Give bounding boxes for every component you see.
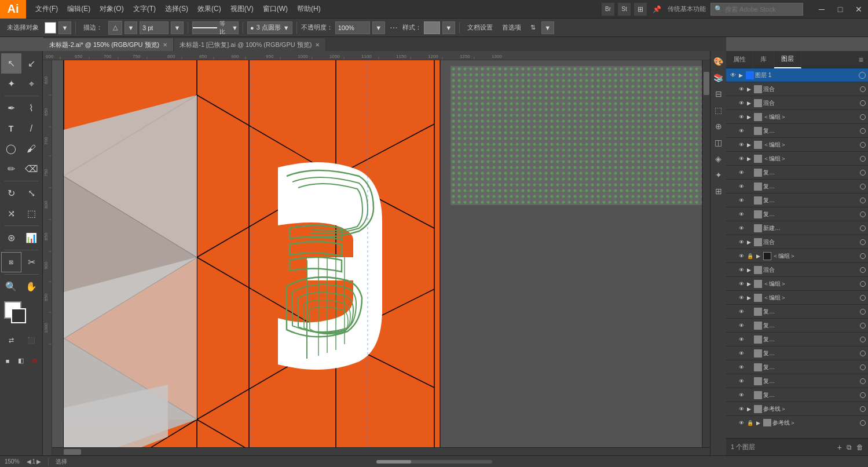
layer-item-3[interactable]: 👁 ▶ 混合: [726, 96, 868, 110]
layer-item-22[interactable]: 👁 复…: [726, 360, 868, 374]
delete-layer-button[interactable]: 🗑: [856, 443, 863, 451]
layer-eye-4[interactable]: 👁: [737, 112, 746, 122]
layer-eye-16[interactable]: 👁: [737, 279, 746, 289]
gradient-mode-button[interactable]: ◧: [14, 351, 28, 371]
free-transform-tool[interactable]: ⬚: [21, 203, 42, 224]
appearance-icon[interactable]: ◈: [712, 152, 726, 166]
style-dropdown[interactable]: ▼: [442, 21, 455, 34]
pin-icon[interactable]: 📌: [650, 3, 663, 16]
style-preview[interactable]: [424, 21, 440, 34]
layer-eye-24[interactable]: 👁: [737, 391, 746, 400]
direct-select-tool[interactable]: ↙: [21, 53, 42, 74]
layer-item-15[interactable]: 👁 ▶ 混合: [726, 263, 868, 277]
layer-item-7[interactable]: 👁 ▶ ＜编组＞: [726, 152, 868, 166]
pencil-tool[interactable]: ✏: [1, 159, 21, 179]
menu-file[interactable]: 文件(F): [31, 3, 63, 15]
layer-lock-26[interactable]: 🔒: [747, 420, 755, 426]
doc-settings-button[interactable]: 文档设置: [464, 21, 496, 35]
layer-eye-20[interactable]: 👁: [737, 335, 746, 344]
opacity-dropdown[interactable]: ▼: [372, 21, 385, 34]
layer-eye-15[interactable]: 👁: [737, 265, 746, 275]
new-layer-button[interactable]: +: [837, 443, 842, 452]
layer-arrow-2[interactable]: ▶: [747, 86, 753, 92]
layer-arrow-14[interactable]: ▶: [756, 253, 762, 259]
tab-2[interactable]: 未标题-1 [已恢复].ai @ 100% (RGB/GPU 预览) ✕: [174, 38, 326, 51]
slice-tool[interactable]: ✂: [21, 252, 42, 272]
layer-item-9[interactable]: 👁 复…: [726, 180, 868, 194]
warp-tool[interactable]: ⤨: [1, 203, 21, 224]
menu-edit[interactable]: 编辑(E): [63, 3, 95, 15]
layer-item-12[interactable]: 👁 新建…: [726, 221, 868, 235]
layer-arrow-25[interactable]: ▶: [747, 406, 753, 412]
opacity-input[interactable]: [335, 21, 370, 34]
layer-eye-26[interactable]: 👁: [737, 418, 746, 427]
arrange-button[interactable]: ⇅: [527, 21, 539, 35]
gradient-panel-icon[interactable]: ◫: [712, 136, 726, 149]
menu-text[interactable]: 文字(T): [129, 3, 160, 15]
layer-eye-2[interactable]: 👁: [737, 85, 746, 94]
layer-item-13[interactable]: 👁 ▶ 混合: [726, 235, 868, 249]
stroke-weight-dropdown[interactable]: ▼: [171, 21, 184, 34]
close-button[interactable]: ✕: [849, 0, 868, 19]
line-type-selector[interactable]: 等比 ▼: [192, 21, 239, 34]
layer-eye-23[interactable]: 👁: [737, 377, 746, 386]
default-colors-button[interactable]: ⬛: [21, 330, 42, 351]
search-bar[interactable]: 🔍: [710, 3, 803, 16]
layer-item-11[interactable]: 👁 复…: [726, 207, 868, 221]
layer-eye-10[interactable]: 👁: [737, 196, 746, 205]
layer-item-6[interactable]: 👁 ▶ ＜编组＞: [726, 138, 868, 152]
fill-dropdown[interactable]: ▼: [58, 21, 71, 34]
tab-1-close[interactable]: ✕: [163, 42, 167, 48]
swap-colors-button[interactable]: ⇄: [1, 330, 21, 351]
layer-item-21[interactable]: 👁 复…: [726, 346, 868, 360]
layer-eye-14[interactable]: 👁: [737, 251, 746, 261]
layer-eye-13[interactable]: 👁: [737, 238, 746, 247]
layer-eye-3[interactable]: 👁: [737, 98, 746, 108]
search-input[interactable]: [725, 6, 794, 13]
layer-arrow-1[interactable]: ▶: [739, 72, 745, 78]
layer-item-26[interactable]: 👁 🔒 ▶ 参考线＞: [726, 416, 868, 426]
align-icon[interactable]: ⊟: [712, 87, 726, 101]
paintbrush-tool[interactable]: 🖌: [21, 138, 42, 159]
libraries-icon[interactable]: 📚: [712, 71, 726, 85]
layer-arrow-3[interactable]: ▶: [747, 100, 753, 106]
h-scroll-thumb[interactable]: [64, 449, 81, 455]
duplicate-layer-button[interactable]: ⧉: [847, 443, 852, 451]
artboard-next-btn[interactable]: ▶: [36, 458, 41, 465]
stroke-weight-input[interactable]: [140, 21, 169, 34]
layer-eye-1[interactable]: 👁: [728, 71, 738, 80]
transform-icon[interactable]: ⬚: [712, 103, 726, 117]
panel-menu-button[interactable]: ≡: [859, 55, 868, 64]
menu-select[interactable]: 选择(S): [160, 3, 193, 15]
layer-item-20[interactable]: 👁 复…: [726, 333, 868, 346]
preferences-button[interactable]: 首选项: [499, 21, 525, 35]
layer-item-10[interactable]: 👁 复…: [726, 194, 868, 207]
v-scroll-thumb[interactable]: [704, 72, 709, 95]
layer-item-17[interactable]: 👁 ▶ ＜编组＞: [726, 291, 868, 305]
symbol-sprayer-tool[interactable]: ⊛: [1, 228, 21, 248]
layer-item-25[interactable]: 👁 ▶ 参考线＞: [726, 402, 868, 416]
curvature-tool[interactable]: ⌇: [21, 98, 42, 118]
layer-eye-6[interactable]: 👁: [737, 140, 746, 149]
scale-tool[interactable]: ⤡: [21, 183, 42, 203]
none-mode-button[interactable]: ⊘: [28, 351, 41, 371]
layer-item-2[interactable]: 👁 ▶ 混合: [726, 82, 868, 96]
pathfinder-icon[interactable]: ⊕: [712, 119, 726, 133]
menu-effect[interactable]: 效果(C): [193, 3, 226, 15]
lasso-tool[interactable]: ⌖: [21, 74, 42, 94]
menu-object[interactable]: 对象(O): [95, 3, 128, 15]
stroke-color-swatch[interactable]: [11, 308, 26, 323]
layer-item-4[interactable]: 👁 ▶ ＜编组＞: [726, 110, 868, 124]
layer-eye-8[interactable]: 👁: [737, 168, 746, 177]
layer-item-5[interactable]: 👁 复…: [726, 124, 868, 138]
props-tab-library[interactable]: 库: [753, 51, 774, 68]
layer-arrow-6[interactable]: ▶: [747, 142, 753, 148]
grid-icon[interactable]: ⊞: [634, 3, 647, 16]
layer-arrow-15[interactable]: ▶: [747, 267, 753, 273]
layer-arrow-16[interactable]: ▶: [747, 281, 753, 287]
props-tab-attributes[interactable]: 属性: [726, 51, 753, 68]
layer-eye-9[interactable]: 👁: [737, 182, 746, 191]
rotate-tool[interactable]: ↻: [1, 183, 21, 203]
h-scroll[interactable]: [52, 447, 710, 455]
layer-arrow-26[interactable]: ▶: [756, 420, 762, 426]
